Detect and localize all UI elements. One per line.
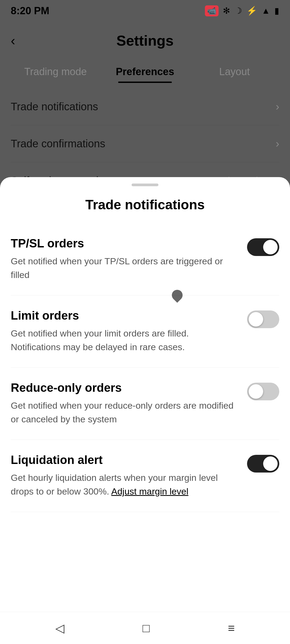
status-bar: 8:20 PM 📹 ✻ ☽ ⚡ ▲ ▮: [0, 0, 290, 21]
wifi-icon: ▲: [262, 6, 270, 16]
status-time: 8:20 PM: [11, 5, 49, 17]
back-button[interactable]: ‹: [11, 34, 15, 47]
liquidation-toggle-knob: [263, 456, 278, 471]
tabs-row: Trading mode Preferences Layout: [11, 60, 279, 83]
tpsl-toggle[interactable]: [247, 238, 279, 256]
notification-item-tpsl: TP/SL orders Get notified when your TP/S…: [11, 223, 279, 295]
limit-toggle-knob: [249, 312, 263, 327]
tab-layout[interactable]: Layout: [190, 60, 279, 83]
notification-item-liquidation: Liquidation alert Get hourly liquidation…: [11, 440, 279, 512]
limit-toggle[interactable]: [247, 310, 279, 328]
bottom-nav: ◁ □ ≡: [0, 612, 290, 644]
limit-content: Limit orders Get notified when your limi…: [11, 309, 247, 354]
reduce-only-title: Reduce-only orders: [11, 381, 236, 394]
nav-menu-button[interactable]: ≡: [228, 621, 235, 635]
page-title: Settings: [116, 32, 173, 49]
sheet-handle: [132, 184, 158, 186]
nav-home-button[interactable]: □: [143, 621, 150, 635]
settings-header: ‹ Settings Trading mode Preferences Layo…: [0, 21, 290, 83]
status-icons: 📹 ✻ ☽ ⚡ ▲ ▮: [205, 5, 279, 16]
camera-icon: 📹: [207, 6, 216, 15]
tpsl-desc: Get notified when your TP/SL orders are …: [11, 254, 236, 282]
tpsl-toggle-wrapper: [247, 237, 279, 256]
moon-icon: ☽: [234, 6, 242, 16]
trade-confirmations-right: ›: [276, 138, 279, 150]
liquidation-content: Liquidation alert Get hourly liquidation…: [11, 453, 247, 498]
bottom-sheet: Trade notifications TP/SL orders Get not…: [0, 177, 290, 644]
notification-item-reduce-only: Reduce-only orders Get notified when you…: [11, 368, 279, 440]
reduce-only-content: Reduce-only orders Get notified when you…: [11, 381, 247, 426]
trade-notifications-right: ›: [276, 101, 279, 113]
tpsl-toggle-knob: [263, 240, 278, 254]
nav-back-button[interactable]: ◁: [55, 621, 64, 635]
trade-notifications-label: Trade notifications: [11, 101, 98, 113]
recording-icon: 📹: [205, 5, 219, 16]
header-row: ‹ Settings: [11, 27, 279, 54]
limit-toggle-wrapper: [247, 309, 279, 328]
notification-list: TP/SL orders Get notified when your TP/S…: [0, 223, 290, 512]
sheet-title: Trade notifications: [0, 189, 290, 223]
liquidation-toggle[interactable]: [247, 455, 279, 473]
flash-icon: ⚡: [247, 6, 257, 16]
trade-notifications-chevron: ›: [276, 101, 279, 113]
liquidation-title: Liquidation alert: [11, 453, 236, 467]
reduce-only-toggle-wrapper: [247, 381, 279, 400]
reduce-only-desc: Get notified when your reduce-only order…: [11, 399, 236, 426]
tpsl-content: TP/SL orders Get notified when your TP/S…: [11, 237, 247, 282]
reduce-only-toggle[interactable]: [247, 383, 279, 400]
liquidation-toggle-wrapper: [247, 453, 279, 473]
adjust-margin-link[interactable]: Adjust margin level: [111, 486, 188, 496]
tab-preferences[interactable]: Preferences: [100, 60, 190, 83]
battery-icon: ▮: [274, 6, 279, 16]
trade-confirmations-label: Trade confirmations: [11, 138, 105, 150]
bluetooth-icon: ✻: [223, 6, 230, 16]
settings-item-trade-notifications[interactable]: Trade notifications ›: [11, 88, 279, 125]
tpsl-title: TP/SL orders: [11, 237, 236, 250]
tab-trading-mode[interactable]: Trading mode: [11, 60, 100, 83]
limit-title: Limit orders: [11, 309, 236, 322]
reduce-only-toggle-knob: [249, 384, 263, 399]
notification-item-limit: Limit orders Get notified when your limi…: [11, 295, 279, 368]
settings-item-trade-confirmations[interactable]: Trade confirmations ›: [11, 125, 279, 162]
limit-desc: Get notified when your limit orders are …: [11, 327, 236, 354]
sheet-handle-area: [0, 177, 290, 189]
liquidation-desc: Get hourly liquidation alerts when your …: [11, 471, 236, 498]
trade-confirmations-chevron: ›: [276, 138, 279, 150]
